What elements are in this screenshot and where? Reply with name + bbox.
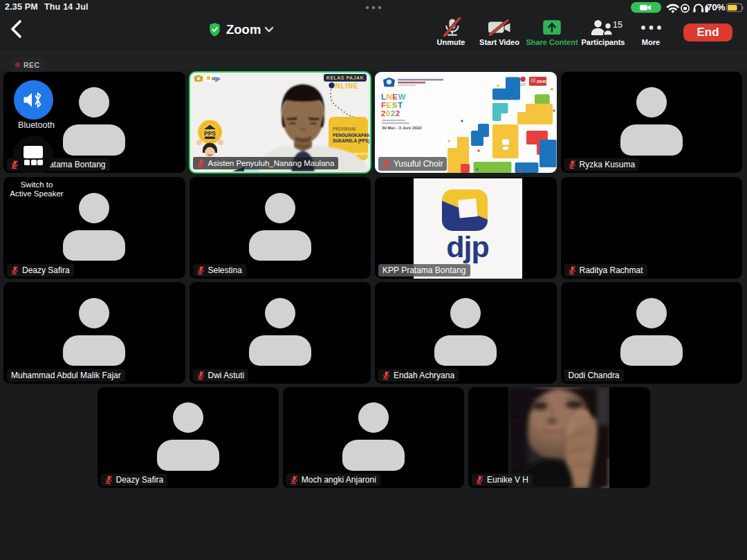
svg-text:PENGUNGKAPAN: PENGUNGKAPAN [333,132,370,137]
svg-text:PROGRAM: PROGRAM [333,127,356,131]
svg-text:PPS: PPS [203,129,215,136]
svg-text:LNEW: LNEW [381,93,406,101]
svg-text:30 Mei - 3 Juni 2022: 30 Mei - 3 Juni 2022 [382,125,422,130]
svg-text:KELAS PAJAK: KELAS PAJAK [326,75,363,80]
svg-text:FEST: FEST [381,101,403,109]
svg-text:NLINE: NLINE [335,82,358,89]
svg-text:SUKARELA (PPS): SUKARELA (PPS) [333,138,369,144]
svg-text:2045: 2045 [537,79,546,84]
svg-text:djp: djp [212,75,220,81]
svg-text:G20: G20 [520,83,526,86]
svg-text:2022: 2022 [381,109,400,118]
